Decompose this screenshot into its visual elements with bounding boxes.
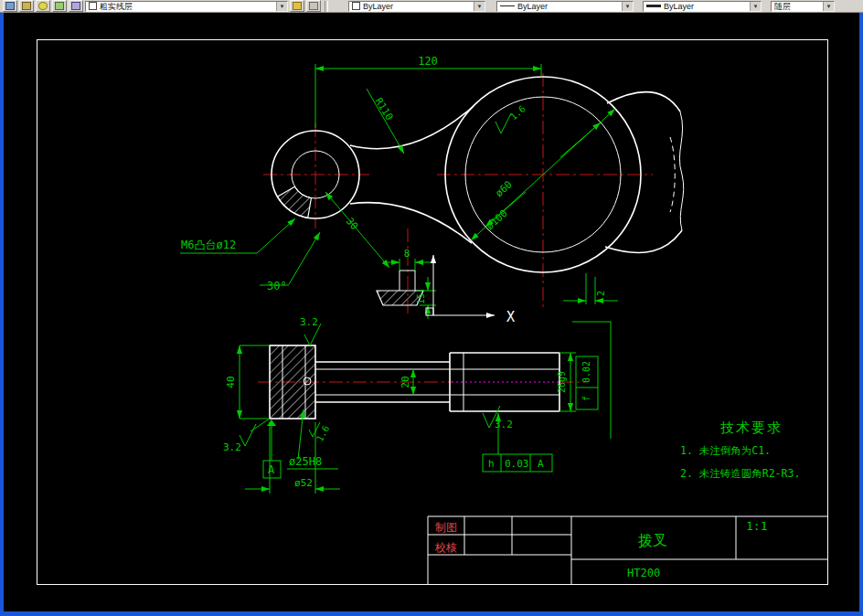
layer-on-off-icon[interactable] [36, 0, 50, 12]
dim-text-30deg[interactable]: 30° [267, 280, 287, 292]
roughness-text[interactable]: 3.2 [300, 316, 318, 328]
layer-toolbar: 粗实线层 ▼ ByLayer ▼ ByLayer ▼ ByLayer ▼ 随层 … [0, 0, 863, 13]
part-name: 拨叉 [638, 532, 667, 549]
tolerance-value: 0.03 [505, 458, 529, 470]
dim-text-15[interactable]: 15 [416, 293, 426, 304]
drawing-scale: 1:1 [746, 519, 767, 533]
chevron-down-icon[interactable]: ▼ [276, 2, 287, 11]
layer-properties-icon[interactable] [3, 0, 17, 12]
checker-label: 校核 [434, 541, 457, 554]
tolerance-datum: A [538, 458, 544, 470]
material: HT200 [627, 567, 660, 579]
chevron-down-icon[interactable]: ▼ [823, 2, 834, 11]
leader-text-m6[interactable]: M6凸台ø12 [181, 239, 236, 251]
roughness-text[interactable]: 3.2 [495, 419, 513, 430]
model-space-background[interactable] [0, 13, 863, 616]
dim-text-120[interactable]: 120 [418, 55, 438, 68]
tolerance-value: 0.02 [581, 361, 591, 383]
lineweight-sample [646, 5, 661, 7]
linetype-combo-value: ByLayer [517, 2, 548, 11]
toolbar-separator [325, 1, 328, 12]
current-color-swatch [352, 2, 360, 10]
drawing-viewport[interactable]: 制图 校核 拨叉 1:1 HT200 技术要求 1. 未注倒角为C1. 2. 未… [0, 13, 863, 616]
plotstyle-combo-value: 随层 [774, 2, 791, 11]
layer-combo[interactable]: 粗实线层 ▼ [85, 1, 288, 12]
layer-color-swatch [89, 2, 97, 10]
chevron-down-icon[interactable]: ▼ [474, 2, 485, 11]
dim-text-20[interactable]: 20 [400, 376, 411, 388]
window-border-bottom [0, 611, 863, 616]
chevron-down-icon[interactable]: ▼ [622, 2, 633, 11]
tech-req-item: 1. 未注倒角为C1. [680, 444, 771, 457]
match-properties-icon[interactable] [290, 0, 304, 12]
window-border-right [859, 13, 863, 616]
dim-text-d25h8[interactable]: ø25H8 [289, 455, 322, 468]
dim-text-8[interactable]: 8 [404, 248, 410, 260]
datum-text: A [268, 463, 275, 476]
linetype-combo[interactable]: ByLayer ▼ [496, 1, 634, 12]
lineweight-combo-value: ByLayer [664, 2, 694, 11]
chevron-down-icon[interactable]: ▼ [750, 2, 761, 11]
dim-text-40[interactable]: 40 [225, 376, 237, 388]
color-combo[interactable]: ByLayer ▼ [348, 1, 485, 12]
color-combo-value: ByLayer [363, 2, 393, 11]
linetype-sample [500, 5, 515, 6]
lineweight-combo[interactable]: ByLayer ▼ [643, 1, 762, 12]
color-control-icon[interactable] [306, 0, 321, 12]
dim-text-d52[interactable]: ø52 [294, 477, 313, 489]
make-layer-current-icon[interactable] [52, 0, 67, 12]
dim-text-2[interactable]: 2 [596, 291, 606, 296]
plotstyle-combo[interactable]: 随层 ▼ [771, 1, 835, 12]
roughness-text[interactable]: 3.2 [223, 441, 241, 453]
tech-req-title: 技术要求 [720, 420, 783, 436]
maker-label: 制图 [435, 521, 457, 534]
window-border-left [0, 13, 4, 616]
tech-req-item: 2. 未注铸造圆角R2-R3. [680, 467, 800, 480]
layer-combo-value: 粗实线层 [100, 2, 133, 11]
ucs-x-label: X [506, 309, 515, 325]
layer-previous-icon[interactable] [69, 0, 83, 12]
tolerance-symbol: f [581, 396, 591, 401]
layer-states-icon[interactable] [19, 0, 34, 12]
dim-text-26g9[interactable]: 26g9 [557, 371, 567, 393]
tolerance-symbol: h [488, 458, 495, 470]
